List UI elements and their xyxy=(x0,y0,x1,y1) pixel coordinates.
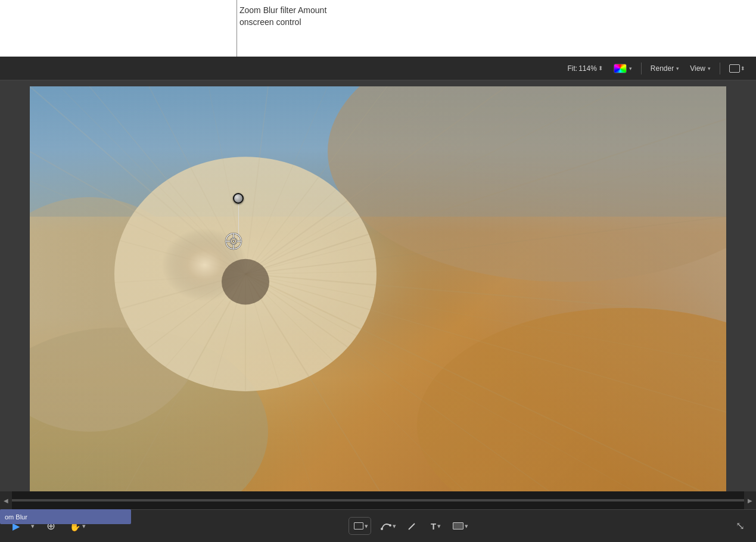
zoom-lines xyxy=(30,86,726,503)
fit-value: 114% xyxy=(578,64,597,73)
annotation-line xyxy=(237,0,237,57)
toolbar-separator-2 xyxy=(720,63,720,74)
text-tool-button[interactable]: T ▾ xyxy=(426,517,443,535)
overlay-gradient xyxy=(30,86,726,503)
fit-label: Fit: xyxy=(567,64,577,73)
video-frame xyxy=(30,86,726,503)
color-swatch-icon xyxy=(614,64,627,73)
center-handle[interactable] xyxy=(224,232,243,251)
window-chevron-icon: ⬍ xyxy=(741,66,745,71)
annotation-line2: onscreen control xyxy=(239,17,326,29)
expand-icon: ⤡ xyxy=(736,519,745,532)
render-label: Render xyxy=(651,64,674,73)
shape-icon xyxy=(453,522,463,529)
shape-tool-button[interactable]: ▾ xyxy=(448,517,471,535)
timeline-start-marker[interactable]: ◀ xyxy=(0,491,12,509)
window-size-button[interactable]: ⬍ xyxy=(726,63,749,74)
bezier-chevron-icon: ▾ xyxy=(393,522,396,530)
svg-point-50 xyxy=(381,528,383,530)
timeline-area: ◀ ▶ xyxy=(0,491,756,509)
expand-button[interactable]: ⤡ xyxy=(731,517,749,535)
canvas-area xyxy=(0,80,756,509)
crosshair-icon xyxy=(224,232,243,251)
bezier-tool-button[interactable]: ▾ xyxy=(376,517,399,535)
view-label: View xyxy=(690,64,705,73)
timeline-start-icon: ◀ xyxy=(4,497,8,504)
timeline-end-marker[interactable]: ▶ xyxy=(744,491,756,509)
timeline-track[interactable] xyxy=(12,499,744,501)
transform-tool-button[interactable]: ▾ xyxy=(349,517,371,535)
text-chevron-icon: ▾ xyxy=(437,522,441,530)
zoom-blur-canvas xyxy=(30,86,726,503)
bezier-icon xyxy=(381,521,391,531)
svg-line-53 xyxy=(409,528,410,529)
render-button[interactable]: Render ▾ xyxy=(647,63,683,74)
color-chevron-icon: ▾ xyxy=(629,66,632,71)
transform-chevron-icon: ▾ xyxy=(365,522,368,530)
transform-icon xyxy=(354,522,363,529)
pen-tool-button[interactable] xyxy=(403,517,421,535)
render-chevron-icon: ▾ xyxy=(676,66,679,71)
timeline-end-icon: ▶ xyxy=(748,497,752,504)
svg-point-51 xyxy=(389,524,391,527)
toolbar-separator-1 xyxy=(641,63,642,74)
focal-shadow xyxy=(222,259,269,305)
fit-control[interactable]: Fit: 114% ⬍ xyxy=(564,63,606,74)
view-chevron-icon: ▾ xyxy=(708,66,711,71)
amount-handle[interactable] xyxy=(233,193,244,204)
pen-icon xyxy=(407,521,418,531)
view-button[interactable]: View ▾ xyxy=(686,63,714,74)
text-icon: T xyxy=(431,521,436,531)
window-icon xyxy=(729,64,740,73)
fit-arrows: ⬍ xyxy=(598,65,603,71)
clip-strip[interactable]: om Blur xyxy=(0,509,131,524)
annotation-text: Zoom Blur filter Amount onscreen control xyxy=(239,5,326,28)
color-options-button[interactable]: ▾ xyxy=(610,62,636,75)
clip-name: om Blur xyxy=(5,513,27,521)
zoom-lines-svg xyxy=(30,86,726,503)
rect-chevron-icon: ▾ xyxy=(465,522,468,530)
svg-point-41 xyxy=(233,241,234,242)
top-toolbar: Fit: 114% ⬍ ▾ Render ▾ View ▾ ⬍ xyxy=(0,57,756,80)
annotation-line1: Zoom Blur filter Amount xyxy=(239,5,326,17)
annotation-area: Zoom Blur filter Amount onscreen control xyxy=(0,0,756,57)
